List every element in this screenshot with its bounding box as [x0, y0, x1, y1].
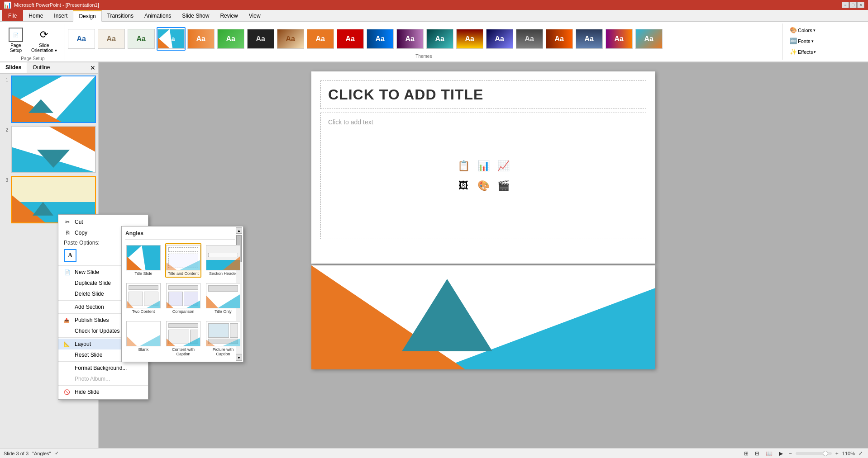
theme-aa13[interactable]: Aa — [425, 27, 454, 51]
page-setup-button[interactable]: 📄 PageSetup — [5, 25, 26, 55]
theme-angles[interactable]: Aa — [157, 27, 186, 51]
zoom-handle[interactable] — [823, 451, 828, 456]
restore-btn[interactable]: □ — [849, 2, 857, 8]
reading-view-btn[interactable]: 📖 — [763, 449, 775, 458]
slides-tab[interactable]: Slides — [0, 62, 27, 73]
layout-submenu-title: Angles — [125, 230, 235, 240]
chart-icon[interactable]: 📊 — [475, 158, 491, 174]
theme-aa5[interactable]: Aa — [186, 27, 215, 51]
tab-view[interactable]: View — [243, 10, 266, 21]
tab-transitions[interactable]: Transitions — [102, 10, 139, 21]
picture-icon[interactable]: 🖼 — [455, 178, 472, 194]
tab-file[interactable]: File — [2, 10, 23, 21]
theme-aa3-preview: Aa — [128, 29, 155, 49]
layout-title-slide-preview — [126, 245, 161, 270]
effects-icon: ✨ — [790, 48, 797, 55]
new-slide-icon: 📄 — [64, 269, 71, 275]
layout-blank[interactable]: Blank — [125, 319, 162, 358]
normal-view-btn[interactable]: ⊞ — [742, 449, 751, 458]
theme-aa6-preview: Aa — [217, 29, 244, 49]
tab-insert[interactable]: Insert — [48, 10, 73, 21]
minimize-btn[interactable]: − — [842, 2, 849, 8]
layout-content-caption[interactable]: Content with Caption — [165, 319, 201, 358]
status-right: ⊞ ⊟ 📖 ▶ − + 110% ⤢ — [742, 449, 864, 458]
theme-aa15[interactable]: Aa — [485, 27, 514, 51]
submenu-scroll-down[interactable]: ▼ — [236, 354, 242, 361]
page-setup-icon: 📄 — [9, 28, 23, 42]
layout-content-caption-preview — [166, 321, 200, 346]
layout-two-content[interactable]: Two Content — [125, 281, 162, 316]
fonts-button[interactable]: 🔤 Fonts ▾ — [787, 36, 817, 46]
layout-section-header-label: Section Header — [209, 271, 237, 276]
layout-title-content[interactable]: Title and Content — [165, 243, 201, 278]
tab-design[interactable]: Design — [73, 10, 101, 22]
layout-title-slide[interactable]: Title Slide — [125, 243, 162, 278]
slide-title-placeholder[interactable]: CLICK TO ADD TITLE — [320, 80, 646, 109]
close-btn[interactable]: × — [857, 2, 864, 8]
theme-aa10[interactable]: Aa — [336, 27, 365, 51]
page-setup-group: 📄 PageSetup ⟳ SlideOrientation ▾ Page Se… — [4, 24, 65, 60]
slide-sorter-btn[interactable]: ⊟ — [753, 449, 762, 458]
ctx-copy-label: Copy — [75, 230, 87, 236]
theme-aa16[interactable]: Aa — [515, 27, 544, 51]
zoom-out-btn[interactable]: − — [787, 449, 794, 458]
tab-review[interactable]: Review — [215, 10, 243, 21]
ctx-cut-label: Cut — [75, 219, 83, 225]
ctx-duplicate-label: Duplicate Slide — [75, 280, 111, 286]
ribbon-tabs: File Home Insert Design Transitions Anim… — [0, 10, 868, 22]
tab-animations[interactable]: Animations — [139, 10, 176, 21]
slide-orientation-button[interactable]: ⟳ SlideOrientation ▾ — [28, 25, 60, 55]
layout-picture-caption-preview — [206, 321, 240, 346]
theme-office[interactable]: Aa — [67, 27, 96, 51]
layout-content-caption-label: Content with Caption — [167, 347, 200, 356]
theme-aa18[interactable]: Aa — [575, 27, 604, 51]
theme-aa10-preview: Aa — [337, 29, 364, 49]
theme-aa19[interactable]: Aa — [605, 27, 634, 51]
theme-aa8-preview: Aa — [277, 29, 304, 49]
theme-aa17[interactable]: Aa — [545, 27, 574, 51]
smartart-icon[interactable]: 📈 — [495, 158, 511, 174]
outline-tab[interactable]: Outline — [27, 62, 55, 73]
layout-comparison[interactable]: Comparison — [165, 281, 201, 316]
theme-aa7[interactable]: Aa — [246, 27, 275, 51]
theme-aa2-preview: Aa — [98, 29, 125, 49]
theme-aa8[interactable]: Aa — [276, 27, 305, 51]
copy-icon: ⎘ — [64, 230, 71, 236]
table-icon[interactable]: 📋 — [455, 158, 472, 174]
ctx-format-bg[interactable]: Format Background... — [58, 363, 148, 373]
zoom-in-btn[interactable]: + — [834, 449, 840, 458]
effects-button[interactable]: ✨ Effects ▾ — [787, 47, 819, 57]
layout-title-content-label: Title and Content — [168, 271, 199, 276]
clip-art-icon[interactable]: 🎨 — [475, 178, 491, 194]
slide-item-1[interactable]: 1 — [2, 76, 96, 123]
theme-aa6[interactable]: Aa — [216, 27, 245, 51]
zoom-slider[interactable] — [796, 452, 832, 455]
slide-show-btn[interactable]: ▶ — [777, 449, 785, 458]
slide-number-3: 3 — [2, 176, 8, 183]
submenu-scroll-up[interactable]: ▲ — [236, 227, 242, 234]
media-icon[interactable]: 🎬 — [495, 178, 511, 194]
theme-aa2[interactable]: Aa — [97, 27, 126, 51]
theme-aa3[interactable]: Aa — [127, 27, 156, 51]
theme-aa11[interactable]: Aa — [366, 27, 395, 51]
theme-aa7-preview: Aa — [247, 29, 274, 49]
slide-content-placeholder[interactable]: Click to add text 📋 📊 📈 🖼 🎨 🎬 — [320, 113, 646, 239]
theme-aa20[interactable]: Aa — [634, 27, 663, 51]
theme-aa19-preview: Aa — [606, 29, 633, 49]
theme-aa14[interactable]: Aa — [455, 27, 484, 51]
slide-item-2[interactable]: 2 — [2, 126, 96, 173]
panel-close-button[interactable]: ✕ — [87, 62, 98, 73]
layout-icon: 📐 — [64, 341, 71, 347]
paste-keep-formatting-btn[interactable]: A — [64, 249, 76, 262]
colors-button[interactable]: 🎨 Colors ▾ — [787, 25, 819, 35]
ctx-photo-album: Photo Album... — [58, 373, 148, 384]
themes-group-label: Themes — [67, 54, 781, 60]
ctx-hide-slide[interactable]: 🚫 Hide Slide — [58, 387, 148, 397]
theme-aa12[interactable]: Aa — [396, 27, 424, 51]
theme-aa9[interactable]: Aa — [306, 27, 335, 51]
theme-aa9-preview: Aa — [307, 29, 334, 49]
cut-icon: ✂ — [64, 219, 71, 225]
fit-slide-btn[interactable]: ⤢ — [857, 449, 864, 457]
tab-slideshow[interactable]: Slide Show — [176, 10, 215, 21]
tab-home[interactable]: Home — [23, 10, 48, 21]
